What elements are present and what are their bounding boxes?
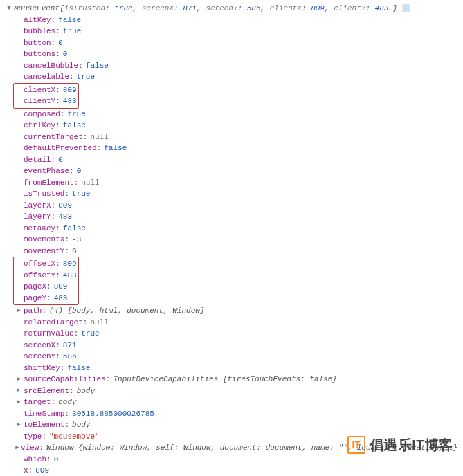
property-key: sourceCapabilities [24,374,106,385]
property-value: 0 [54,454,59,466]
property-key: pageX [24,281,46,293]
property-value: 0 [63,48,68,60]
property-row: detail: 0 [15,154,457,166]
property-key: composed [24,109,60,120]
property-row: currentTarget: null [15,131,457,143]
property-row: layerX: 809 [15,200,457,212]
property-row: metaKey: false [15,223,457,235]
property-key: returnValue [24,328,74,340]
property-key: defaultPrevented [24,143,97,154]
property-value: "mousemove" [49,431,100,443]
property-row[interactable]: ▶sourceCapabilities: InputDeviceCapabili… [15,374,457,385]
property-row: pageY: 483 [15,293,77,304]
property-summary: body [72,419,90,431]
expand-arrow-icon[interactable]: ▶ [15,375,22,385]
property-key: pageY [24,293,46,304]
property-value: false [58,15,81,26]
property-key: screenY [24,351,55,363]
property-row: cancelBubble: false [15,60,457,72]
property-key: movementX [24,234,64,246]
preview-value: 809 [311,4,325,12]
property-key: toElement [24,419,64,431]
property-row[interactable]: ▶target: body [15,396,457,408]
property-key: timeStamp [24,408,64,420]
property-value: 809 [63,84,77,96]
property-key: metaKey [24,223,55,235]
property-key: offsetX [24,258,55,270]
property-key: eventPhase [24,165,69,177]
object-header[interactable]: ▼MouseEvent {isTrusted: true, screenX: 8… [6,3,457,15]
property-row: x: 809 [15,465,457,476]
property-row: cancelable: true [15,71,457,83]
property-value: false [67,363,90,374]
property-value: 809 [58,200,72,212]
property-key: cancelable [24,71,69,83]
property-key: movementY [24,246,64,257]
property-row: ctrlKey: false [15,120,457,131]
property-row[interactable]: ▶path: (4) [body, html, document, Window… [15,305,457,317]
expand-arrow-icon[interactable]: ▶ [15,443,19,453]
property-summary: (4) [body, html, document, Window] [49,305,204,317]
property-key: x [24,465,28,476]
object-preview: {isTrusted: true, screenX: 871, screenY:… [60,3,398,15]
highlight-box: clientX: 809clientY: 483 [13,83,79,109]
expand-arrow-icon[interactable]: ▼ [6,4,12,14]
expand-arrow-icon[interactable]: ▶ [15,421,22,430]
property-value: -3 [72,234,81,246]
preview-value: 586 [247,4,261,12]
expand-arrow-icon[interactable]: ▶ [15,398,22,408]
property-value: 30518.885000026785 [72,408,154,420]
watermark-text: 倡遇乐IT博客 [370,434,453,455]
highlight-box: offsetX: 809offsetY: 483pageX: 809pageY:… [13,257,79,305]
property-value: null [81,177,99,189]
property-row: pageX: 809 [15,281,77,293]
property-key: layerY [24,211,51,223]
property-row: clientY: 483 [15,95,77,107]
expand-arrow-icon[interactable]: ▶ [15,306,22,316]
property-key: ctrlKey [24,120,55,131]
property-key: srcElement [24,385,69,397]
property-row: clientX: 809 [15,84,77,96]
property-value: 809 [63,258,77,270]
info-icon[interactable]: i [402,4,410,12]
preview-key: clientY [334,4,365,12]
property-value: false [63,223,86,235]
property-key: buttons [24,48,55,60]
property-value: 0 [58,37,63,49]
preview-key: clientX [270,4,302,12]
property-value: null [90,317,108,329]
property-row: movementX: -3 [15,234,457,246]
property-value: true [72,188,90,200]
property-row: fromElement: null [15,177,457,189]
property-value: true [77,71,95,83]
property-row: defaultPrevented: false [15,143,457,154]
property-key: clientX [24,84,55,96]
preview-key: isTrusted [64,4,105,12]
property-row: timeStamp: 30518.885000026785 [15,408,457,420]
property-row: composed: true [15,109,457,120]
property-key: currentTarget [24,131,83,143]
property-value: 809 [35,465,49,476]
property-row[interactable]: ▶toElement: body [15,419,457,431]
property-row: screenX: 871 [15,340,457,351]
property-value: 809 [54,281,68,293]
property-value: 6 [72,246,77,257]
property-value: 483 [63,270,77,282]
property-value: 483 [63,95,77,107]
property-row: button: 0 [15,37,457,49]
property-key: button [24,37,51,49]
property-key: offsetY [24,270,55,282]
property-value: true [63,26,81,37]
constructor-name: MouseEvent [14,3,60,15]
expand-arrow-icon[interactable]: ▶ [15,386,22,396]
property-row[interactable]: ▶srcElement: body [15,385,457,397]
property-key: which [24,454,46,466]
property-key: relatedTarget [24,317,83,329]
property-key: fromElement [24,177,74,189]
property-row: eventPhase: 0 [15,165,457,177]
property-key: view [21,442,39,454]
property-key: screenX [24,340,55,351]
property-key: path [24,305,42,317]
property-row: isTrusted: true [15,188,457,200]
property-value: false [86,60,109,72]
